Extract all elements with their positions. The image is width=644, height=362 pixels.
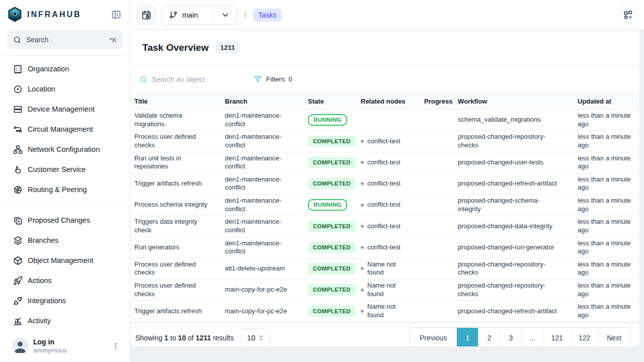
sidebar-search[interactable]: Search ^K <box>7 31 123 49</box>
column-header-updated-at: Updated at <box>574 94 639 110</box>
page-button-122[interactable]: 122 <box>571 328 598 347</box>
branch-selector[interactable]: main <box>162 6 237 25</box>
sidebar-item-label: Object Management <box>28 256 94 264</box>
next-page-button[interactable]: Next <box>598 328 630 347</box>
search-icon <box>139 75 147 83</box>
task-row[interactable]: Trigger artifacts refresh den1-maintenan… <box>130 173 639 194</box>
task-row[interactable]: Run unit tests in repositories den1-main… <box>130 152 639 173</box>
workflow-view-button[interactable] <box>619 6 637 24</box>
sidebar-item-branches[interactable]: Branches <box>0 230 130 250</box>
sidebar-item-label: Activity <box>28 317 51 325</box>
task-row[interactable]: Process user defined checks den1-mainten… <box>130 131 639 152</box>
sidebar-item-activity[interactable]: Activity <box>0 311 130 331</box>
task-workflow: proposed-changed-repository-checks <box>458 282 560 298</box>
calendar-clock-icon <box>141 10 151 20</box>
sidebar-item-network-configuration[interactable]: Network Configuration <box>0 139 130 159</box>
results-summary: Showing 1 to 10 of 1211 results <box>135 334 233 342</box>
sidebar-item-proposed-changes[interactable]: Proposed Changes <box>0 210 130 230</box>
task-row[interactable]: Validate schema migrations den1-maintena… <box>130 110 639 131</box>
task-updated-at: less than a minute ago <box>578 303 635 319</box>
sidebar-item-label: Location <box>28 85 55 93</box>
task-workflow: proposed-changed-repository-checks <box>458 260 560 277</box>
sidebar-item-circuit-management[interactable]: Circuit Management <box>0 119 130 139</box>
task-title: Process schema integrity <box>134 201 217 209</box>
bullet-dot-icon <box>361 204 364 207</box>
circle-dot-icon <box>13 84 23 94</box>
task-updated-at: less than a minute ago <box>578 197 635 213</box>
task-branch: den1-maintenance-conflict <box>225 133 289 149</box>
task-progress <box>420 216 454 237</box>
page-size-select[interactable]: 10 <box>241 328 270 347</box>
sidebar-menu: Organization Location Device Management … <box>0 56 130 206</box>
sidebar-item-integrations[interactable]: Integrations <box>0 291 130 311</box>
page-button-1[interactable]: 1 <box>456 328 478 347</box>
related-node: Name not found <box>361 260 416 277</box>
task-title: Trigger artifacts refresh <box>134 179 217 188</box>
task-updated-at: less than a minute ago <box>578 282 635 298</box>
task-progress <box>420 258 454 279</box>
sidebar-bottom-menu: Proposed Changes Branches Object Managem… <box>0 206 130 333</box>
brand-row: INFRAHUB <box>0 0 130 27</box>
sidebar-item-location[interactable]: Location <box>0 79 130 99</box>
task-branch: atl1-delete-upstream <box>225 264 289 273</box>
column-header-title: Title <box>130 94 221 110</box>
task-row[interactable]: Process user defined checks atl1-delete-… <box>130 258 639 279</box>
page-ellipsis[interactable]: ... <box>521 328 543 347</box>
sidebar-item-device-management[interactable]: Device Management <box>0 99 130 119</box>
task-title: Process user defined checks <box>134 133 217 149</box>
sidebar-item-label: Network Configuration <box>28 145 100 153</box>
sidebar-item-label: Organization <box>28 65 69 73</box>
task-progress <box>420 110 454 131</box>
timeframe-button[interactable] <box>137 6 156 25</box>
task-row[interactable]: Run generators den1-maintenance-conflict… <box>130 237 639 258</box>
task-workflow: proposed-changed-refresh-artifact <box>458 179 560 188</box>
object-search-input[interactable] <box>152 75 237 83</box>
task-branch: den1-maintenance-conflict <box>225 175 289 192</box>
page-size-value: 10 <box>247 334 255 342</box>
sidebar: INFRAHUB Search ^K Organization Location… <box>0 0 130 362</box>
page-button-121[interactable]: 121 <box>543 328 570 347</box>
page-button-3[interactable]: 3 <box>500 328 521 347</box>
task-row[interactable]: Trigger artifacts refresh main-copy-for-… <box>130 301 639 322</box>
filters-button[interactable]: Filters: 0 <box>254 75 292 83</box>
user-section[interactable]: Log in anonymous <box>0 333 130 362</box>
layers-icon <box>13 236 23 245</box>
collapse-sidebar-button[interactable] <box>110 8 123 21</box>
sidebar-item-actions[interactable]: Actions <box>0 270 130 291</box>
branch-name: main <box>182 11 198 19</box>
sidebar-item-label: Device Management <box>28 105 95 113</box>
previous-page-button[interactable]: Previous <box>410 328 456 347</box>
breadcrumb-tasks[interactable]: Tasks <box>253 9 282 22</box>
task-branch: den1-maintenance-conflict <box>225 197 289 213</box>
sidebar-item-object-management[interactable]: Object Management <box>0 250 130 270</box>
chevron-down-icon[interactable] <box>213 6 237 24</box>
task-updated-at: less than a minute ago <box>578 175 635 192</box>
related-node-name: conflict-test <box>367 158 400 167</box>
task-updated-at: less than a minute ago <box>578 112 635 128</box>
task-branch: den1-maintenance-conflict <box>225 239 289 256</box>
plug-icon <box>13 296 23 306</box>
task-row[interactable]: Triggers data integrity check den1-maint… <box>130 216 639 237</box>
task-updated-at: less than a minute ago <box>578 239 635 256</box>
state-badge: COMPLETED <box>308 242 356 253</box>
task-progress <box>420 280 454 301</box>
chevron-up-down-icon <box>258 334 264 341</box>
sidebar-item-organization[interactable]: Organization <box>0 59 130 79</box>
content-area: Task Overview 1211 Filters: 0 <box>130 30 644 362</box>
funnel-icon <box>254 75 262 83</box>
page-button-2[interactable]: 2 <box>478 328 500 347</box>
task-overview-card: Task Overview 1211 Filters: 0 <box>130 30 640 347</box>
sidebar-item-customer-service[interactable]: Customer Service <box>0 159 130 179</box>
column-header-workflow: Workflow <box>454 94 574 110</box>
pagination: Previous 1 2 3 ... 121 122 Next <box>410 327 630 347</box>
rocket-icon <box>13 276 23 286</box>
git-branch-icon <box>169 11 178 19</box>
sidebar-item-label: Circuit Management <box>28 125 93 133</box>
sidebar-item-routing-peering[interactable]: Routing & Peering <box>0 179 130 200</box>
user-menu-button[interactable] <box>110 340 122 352</box>
user-text: Log in anonymous <box>33 338 105 354</box>
task-branch: den1-maintenance-conflict <box>225 154 289 171</box>
task-row[interactable]: Process schema integrity den1-maintenanc… <box>130 195 639 216</box>
sidebar-item-label: Actions <box>28 277 52 285</box>
task-row[interactable]: Process user defined checks main-copy-fo… <box>130 280 639 301</box>
